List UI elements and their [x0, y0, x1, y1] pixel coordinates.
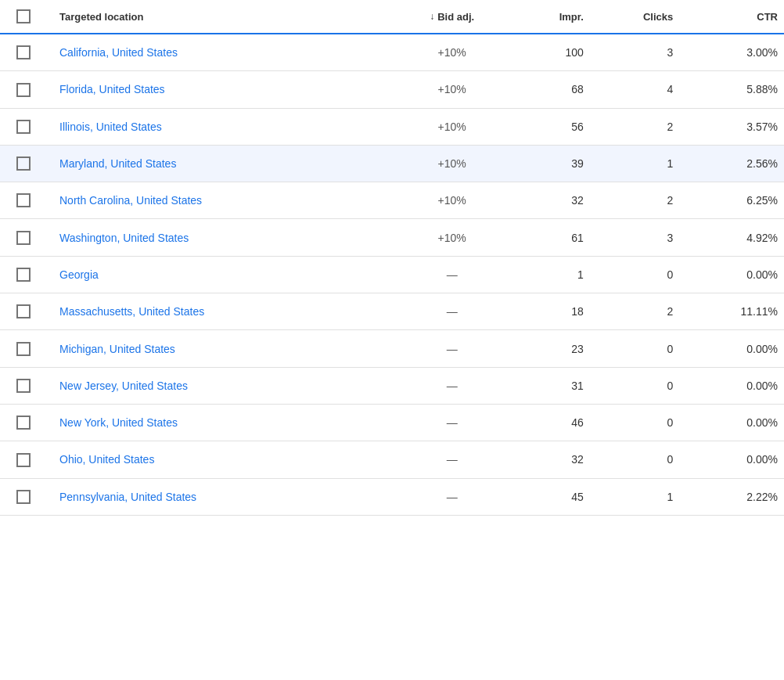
location-link[interactable]: Pennsylvania, United States [59, 491, 196, 503]
row-ctr: 5.88% [679, 71, 784, 108]
table-row: Maryland, United States +10% 39 1 2.56% [0, 145, 784, 182]
row-checkbox[interactable] [16, 45, 31, 59]
location-link[interactable]: Georgia [59, 268, 99, 281]
location-link[interactable]: Michigan, United States [59, 343, 175, 355]
location-link[interactable]: North Carolina, United States [59, 194, 202, 207]
row-clicks: 0 [590, 367, 679, 404]
row-clicks: 4 [590, 71, 679, 108]
row-ctr: 4.92% [679, 219, 784, 256]
location-link[interactable]: New Jersey, United States [59, 380, 188, 392]
row-location[interactable]: Massachusetts, United States [47, 293, 392, 330]
location-link[interactable]: Ohio, United States [59, 453, 154, 466]
row-checkbox-cell[interactable] [0, 441, 47, 478]
row-location[interactable]: Washington, United States [47, 219, 392, 256]
row-location[interactable]: Pennsylvania, United States [47, 478, 392, 515]
row-checkbox[interactable] [16, 268, 31, 282]
row-checkbox-cell[interactable] [0, 182, 47, 219]
row-checkbox-cell[interactable] [0, 256, 47, 293]
table-row: Georgia — 1 0 0.00% [0, 256, 784, 293]
table-row: New York, United States — 46 0 0.00% [0, 404, 784, 441]
row-checkbox-cell[interactable] [0, 367, 47, 404]
row-checkbox-cell[interactable] [0, 145, 47, 182]
header-bid-adj[interactable]: ↓ Bid adj. [392, 0, 512, 34]
row-location[interactable]: Florida, United States [47, 71, 392, 108]
location-link[interactable]: New York, United States [59, 416, 178, 429]
row-ctr: 2.22% [679, 478, 784, 515]
row-bid-adj: +10% [392, 71, 512, 108]
row-impr: 18 [512, 293, 590, 330]
row-ctr: 0.00% [679, 256, 784, 293]
row-location[interactable]: North Carolina, United States [47, 182, 392, 219]
row-bid-adj: — [392, 441, 512, 478]
row-clicks: 3 [590, 219, 679, 256]
row-ctr: 2.56% [679, 145, 784, 182]
header-location: Targeted location [47, 0, 392, 34]
row-checkbox[interactable] [16, 453, 31, 467]
row-location[interactable]: Ohio, United States [47, 441, 392, 478]
row-location[interactable]: Georgia [47, 256, 392, 293]
row-ctr: 0.00% [679, 367, 784, 404]
row-checkbox-cell[interactable] [0, 71, 47, 108]
row-impr: 31 [512, 367, 590, 404]
row-location[interactable]: Michigan, United States [47, 330, 392, 367]
row-impr: 32 [512, 182, 590, 219]
row-impr: 68 [512, 71, 590, 108]
row-checkbox[interactable] [16, 416, 31, 430]
row-bid-adj: — [392, 256, 512, 293]
table-row: Massachusetts, United States — 18 2 11.1… [0, 293, 784, 330]
row-impr: 56 [512, 108, 590, 145]
location-link[interactable]: Massachusetts, United States [59, 305, 204, 318]
select-all-checkbox[interactable] [16, 9, 31, 23]
row-checkbox[interactable] [16, 490, 31, 504]
location-link[interactable]: California, United States [59, 46, 178, 59]
row-bid-adj: — [392, 330, 512, 367]
row-checkbox-cell[interactable] [0, 293, 47, 330]
table-header-row: Targeted location ↓ Bid adj. Impr. Click… [0, 0, 784, 34]
row-location[interactable]: New Jersey, United States [47, 367, 392, 404]
location-link[interactable]: Florida, United States [59, 83, 165, 95]
table-row: California, United States +10% 100 3 3.0… [0, 34, 784, 71]
row-impr: 1 [512, 256, 590, 293]
row-checkbox[interactable] [16, 379, 31, 393]
location-table: Targeted location ↓ Bid adj. Impr. Click… [0, 0, 784, 516]
row-checkbox-cell[interactable] [0, 330, 47, 367]
row-checkbox[interactable] [16, 83, 31, 97]
row-clicks: 0 [590, 330, 679, 367]
row-clicks: 2 [590, 108, 679, 145]
row-impr: 61 [512, 219, 590, 256]
row-checkbox-cell[interactable] [0, 34, 47, 71]
row-bid-adj: — [392, 367, 512, 404]
row-checkbox[interactable] [16, 304, 31, 318]
row-checkbox[interactable] [16, 157, 31, 171]
row-bid-adj: +10% [392, 182, 512, 219]
row-location[interactable]: Maryland, United States [47, 145, 392, 182]
row-location[interactable]: New York, United States [47, 404, 392, 441]
row-impr: 23 [512, 330, 590, 367]
row-checkbox[interactable] [16, 231, 31, 245]
row-location[interactable]: California, United States [47, 34, 392, 71]
row-bid-adj: +10% [392, 145, 512, 182]
table-row: Illinois, United States +10% 56 2 3.57% [0, 108, 784, 145]
location-link[interactable]: Illinois, United States [59, 121, 162, 133]
row-clicks: 2 [590, 182, 679, 219]
row-checkbox-cell[interactable] [0, 108, 47, 145]
location-link[interactable]: Maryland, United States [59, 157, 176, 170]
table-row: Michigan, United States — 23 0 0.00% [0, 330, 784, 367]
row-checkbox[interactable] [16, 193, 31, 207]
row-checkbox-cell[interactable] [0, 404, 47, 441]
row-ctr: 0.00% [679, 330, 784, 367]
row-checkbox[interactable] [16, 120, 31, 134]
row-impr: 32 [512, 441, 590, 478]
row-checkbox-cell[interactable] [0, 478, 47, 515]
location-link[interactable]: Washington, United States [59, 232, 189, 244]
row-checkbox-cell[interactable] [0, 219, 47, 256]
row-impr: 46 [512, 404, 590, 441]
row-ctr: 11.11% [679, 293, 784, 330]
row-checkbox[interactable] [16, 342, 31, 356]
row-clicks: 0 [590, 441, 679, 478]
location-table-container: Targeted location ↓ Bid adj. Impr. Click… [0, 0, 784, 516]
row-location[interactable]: Illinois, United States [47, 108, 392, 145]
header-impr: Impr. [512, 0, 590, 34]
header-checkbox[interactable] [0, 0, 47, 34]
row-clicks: 2 [590, 293, 679, 330]
